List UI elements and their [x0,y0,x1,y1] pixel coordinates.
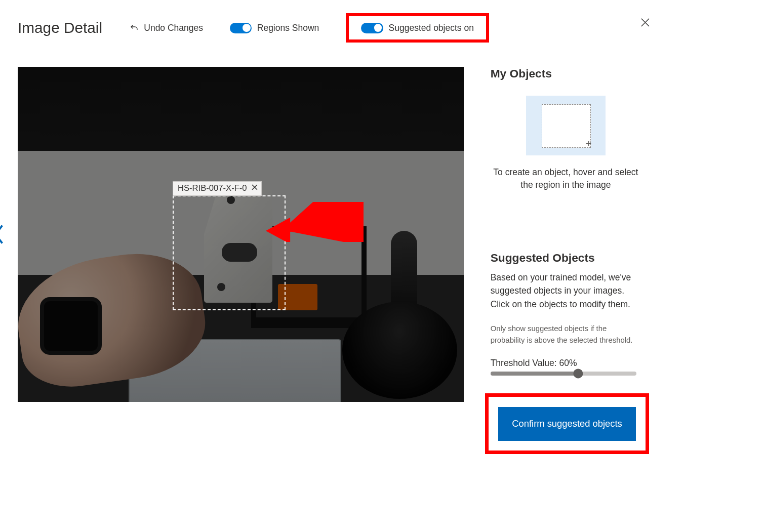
prev-image-button[interactable] [0,223,6,245]
confirm-suggested-objects-button[interactable]: Confirm suggested objects [498,407,635,441]
regions-shown-label: Regions Shown [257,23,319,33]
main-content: HS-RIB-007-X-F-0 My Objects [18,67,651,454]
undo-label: Undo Changes [144,23,203,33]
image-detail-header: Image Detail Undo Changes Regions Shown … [18,13,651,43]
threshold-slider[interactable] [491,372,637,376]
suggested-region-box[interactable] [173,195,286,311]
side-panel: My Objects To create an object, hover an… [491,67,641,454]
suggested-objects-toggle-group: Suggested objects on [346,13,490,43]
threshold-slider-thumb[interactable] [573,369,583,378]
suggested-objects-heading: Suggested Objects [491,251,641,265]
suggested-region-label[interactable]: HS-RIB-007-X-F-0 [173,181,261,196]
suggested-objects-label: Suggested objects on [389,23,474,33]
page-title: Image Detail [18,19,102,36]
undo-changes-button[interactable]: Undo Changes [129,23,204,33]
suggested-objects-toggle[interactable] [361,23,383,33]
threshold-note: Only show suggested objects if the proba… [491,323,641,346]
my-objects-heading: My Objects [491,67,641,80]
confirm-highlight-box: Confirm suggested objects [485,393,649,454]
regions-shown-toggle-group: Regions Shown [230,23,319,33]
undo-icon [129,23,139,32]
region-remove-button[interactable] [251,183,259,191]
threshold-value-label: Threshold Value: 60% [491,358,641,369]
suggested-objects-section: Suggested Objects Based on your trained … [491,251,641,454]
close-button[interactable] [639,17,651,28]
image-canvas[interactable]: HS-RIB-007-X-F-0 [18,67,464,402]
create-object-tile[interactable] [526,96,606,155]
suggested-objects-description: Based on your trained model, we've sugge… [491,271,641,311]
create-object-hint: To create an object, hover and select th… [491,166,641,192]
region-label-text: HS-RIB-007-X-F-0 [178,183,247,193]
regions-shown-toggle[interactable] [230,23,252,33]
image-area: HS-RIB-007-X-F-0 [18,67,464,402]
